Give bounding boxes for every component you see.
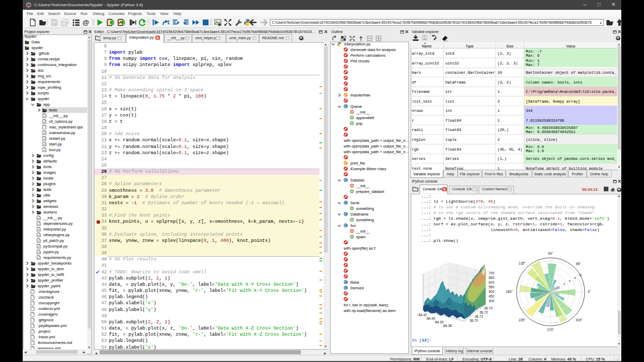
svg-text:180°: 180° (506, 290, 513, 293)
svg-text:45°: 45° (576, 262, 581, 266)
svg-text:90°: 90° (548, 252, 553, 255)
svg-text:8: 8 (574, 276, 576, 279)
svg-text:6: 6 (569, 279, 570, 283)
svg-text:10: 10 (579, 273, 582, 276)
svg-text:135°: 135° (519, 261, 526, 265)
svg-text:270°: 270° (547, 328, 554, 332)
svg-text:225°: 225° (519, 318, 526, 322)
svg-text:2: 2 (558, 286, 559, 289)
svg-text:4: 4 (564, 283, 565, 286)
svg-text:0°: 0° (588, 290, 591, 293)
svg-text:315°: 315° (575, 318, 583, 322)
